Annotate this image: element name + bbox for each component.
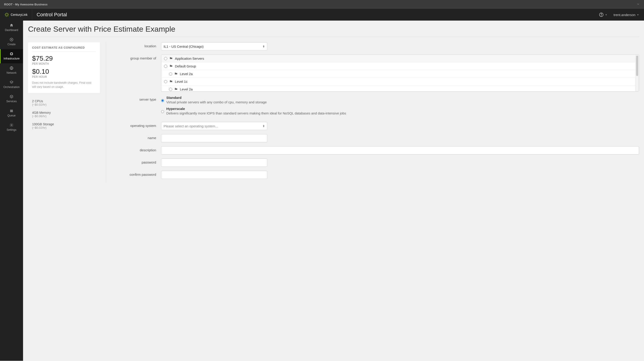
group-radio[interactable] [169, 72, 172, 76]
os-select[interactable]: Please select an operating system... ▲▼ [161, 122, 267, 130]
resource-cpu: 2 CPUs (~$0.02/hr) [28, 97, 100, 109]
resource-title: 100GB Storage [32, 122, 96, 126]
server-type-title: Hyperscale [166, 107, 346, 111]
plus-circle-icon [10, 38, 14, 42]
label-location: location [112, 42, 161, 48]
user-dropdown[interactable]: trent.anderson ▼ [614, 13, 639, 17]
group-label: Level 2a [180, 87, 193, 91]
group-option[interactable]: Application Servers [161, 55, 639, 63]
svg-rect-7 [5, 13, 6, 14]
breadcrumb-chevron-icon[interactable] [636, 2, 640, 7]
folder-icon [170, 80, 173, 84]
scrollbar-thumb[interactable] [636, 56, 638, 76]
nav-network[interactable]: Network [0, 63, 23, 78]
server-type-radio[interactable] [161, 108, 164, 116]
name-input[interactable] [161, 134, 267, 142]
nav-services[interactable]: Services [0, 92, 23, 106]
cpu-icon [10, 52, 14, 56]
group-radio[interactable] [164, 65, 167, 68]
server-type-hyperscale[interactable]: Hyperscale Delivers significantly more I… [161, 107, 639, 116]
description-input[interactable] [161, 146, 639, 155]
folder-icon [170, 57, 173, 60]
queue-icon [10, 109, 14, 113]
home-icon [10, 23, 14, 27]
group-radio[interactable] [164, 57, 167, 60]
folder-icon [174, 72, 178, 76]
nav-label: Create [8, 43, 16, 46]
nav-orchestration[interactable]: Orchestration [0, 78, 23, 92]
server-type-desc: Delivers significantly more IOPS than st… [166, 111, 346, 116]
brand-logo-icon [4, 12, 9, 17]
nav-settings[interactable]: Settings [0, 120, 23, 135]
caret-down-icon: ▼ [605, 14, 607, 16]
os-placeholder: Please select an operating system... [164, 124, 218, 128]
nav-label: Dashboard [5, 29, 18, 32]
caret-down-icon: ▼ [637, 14, 639, 16]
price-per-hour-label: PER HOUR [32, 75, 96, 79]
vertical-divider [106, 42, 106, 183]
breadcrumb-bar: ROOT - My Awesome Business [0, 0, 644, 9]
portal-title[interactable]: Control Portal [32, 12, 599, 18]
svg-rect-6 [5, 15, 6, 15]
resource-sub: (~$0.06/hr) [32, 114, 96, 118]
server-type-title: Standard [166, 96, 267, 100]
svg-rect-13 [10, 110, 13, 110]
label-server-type: server type [112, 96, 161, 101]
server-type-radio[interactable] [161, 97, 164, 105]
price-per-month: $75.29 [32, 55, 96, 62]
group-option[interactable]: Default Group [161, 63, 639, 70]
breadcrumb-text[interactable]: ROOT - My Awesome Business [4, 3, 48, 6]
confirm-password-input[interactable] [161, 171, 267, 179]
group-listbox: Application Servers Default Group [161, 55, 639, 92]
estimate-disclaimer: Does not include bandwidth charges. Fina… [32, 81, 96, 89]
group-label: Level 2a [180, 72, 193, 76]
server-type-standard[interactable]: Standard Virtual private servers with an… [161, 96, 639, 105]
server-type-desc: Virtual private servers with any combo o… [166, 100, 267, 105]
group-option[interactable]: Level 2a [161, 86, 639, 91]
resource-sub: (~$0.02/hr) [32, 126, 96, 129]
location-select[interactable]: IL1 - US Central (Chicago) ▲▼ [161, 42, 267, 51]
resource-memory: 4GB Memory (~$0.06/hr) [28, 109, 100, 120]
label-description: description [112, 146, 161, 152]
label-name: name [112, 134, 161, 140]
main-content: Create Server with Price Estimate Exampl… [23, 21, 644, 361]
nav-infrastructure[interactable]: Infrastructure [0, 49, 23, 63]
price-per-month-label: PER MONTH [32, 62, 96, 65]
password-input[interactable] [161, 159, 267, 167]
svg-rect-4 [6, 16, 7, 17]
select-arrows-icon: ▲▼ [262, 125, 265, 127]
svg-rect-15 [10, 112, 13, 112]
group-radio[interactable] [169, 88, 172, 91]
user-name: trent.anderson [614, 13, 636, 17]
brand[interactable]: CenturyLink [0, 9, 32, 21]
cube-icon [10, 95, 14, 99]
page-title: Create Server with Price Estimate Exampl… [28, 25, 639, 37]
group-label: Default Group [175, 64, 196, 68]
svg-rect-3 [7, 15, 8, 16]
globe-icon [10, 66, 14, 70]
scrollbar[interactable] [635, 55, 639, 91]
group-option[interactable]: Level 2a [161, 70, 639, 78]
group-option[interactable]: Level 1c [161, 78, 639, 86]
resource-storage: 100GB Storage (~$0.02/hr) [28, 120, 100, 132]
nav-label: Queue [8, 114, 16, 117]
group-radio[interactable] [164, 80, 167, 83]
resource-title: 2 CPUs [32, 99, 96, 103]
resource-title: 4GB Memory [32, 111, 96, 114]
sidebar: Dashboard Create Infrastructure Network … [0, 21, 23, 361]
svg-rect-0 [6, 13, 7, 14]
nav-dashboard[interactable]: Dashboard [0, 21, 23, 35]
help-dropdown[interactable]: ▼ [599, 13, 607, 17]
gear-icon [10, 123, 14, 127]
nav-create[interactable]: Create [0, 35, 23, 49]
nav-label: Orchestration [4, 86, 20, 89]
header-bar: CenturyLink Control Portal ▼ trent.ander… [0, 9, 644, 21]
nav-queue[interactable]: Queue [0, 106, 23, 120]
resource-sub: (~$0.02/hr) [32, 103, 96, 106]
group-label: Application Servers [175, 57, 204, 60]
nav-label: Settings [6, 128, 16, 131]
cost-estimate-card: COST ESTIMATE AS CONFIGURED $75.29 PER M… [28, 42, 100, 93]
nav-label: Network [6, 71, 16, 74]
price-per-hour: $0.10 [32, 68, 96, 75]
svg-point-16 [11, 125, 12, 126]
